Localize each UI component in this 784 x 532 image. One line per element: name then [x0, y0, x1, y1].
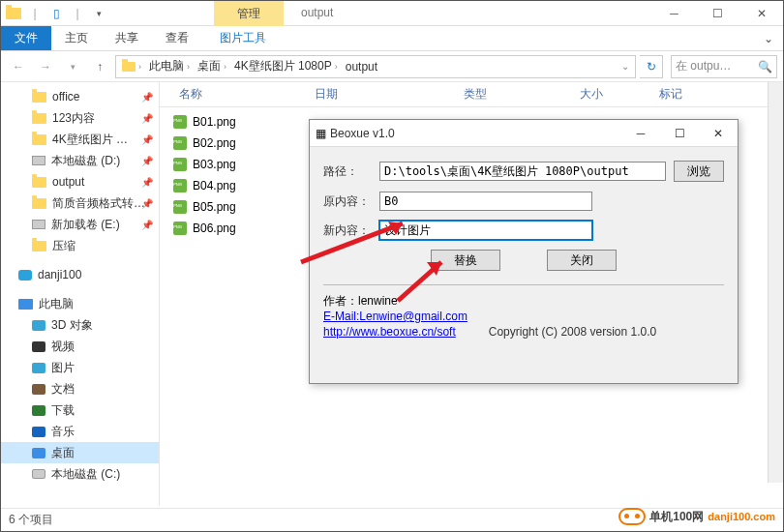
breadcrumb-dropdown-icon[interactable]: ⌄	[618, 61, 633, 72]
sidebar-item-label: danji100	[38, 268, 81, 281]
ribbon-context-tab[interactable]: 管理	[214, 1, 284, 26]
tab-file[interactable]: 文件	[1, 26, 51, 50]
sidebar-item[interactable]: 本地磁盘 (D:)📌	[1, 150, 159, 171]
site-link[interactable]: http://www.beoxue.cn/soft	[323, 325, 456, 339]
qat-dropdown-icon[interactable]: ▾	[90, 5, 107, 22]
sidebar-item-label: 新加载卷 (E:)	[51, 217, 120, 233]
ribbon-expand-icon[interactable]: ⌄	[754, 26, 783, 50]
dialog-footer: 作者：lenwine E-Mail:Lenwine@gmail.com http…	[323, 293, 724, 340]
sidebar-item[interactable]: output📌	[1, 171, 159, 192]
folder-icon	[32, 177, 46, 188]
sidebar-item-label: office	[52, 90, 79, 103]
file-name: B04.png	[193, 179, 236, 192]
scrollbar[interactable]	[768, 82, 783, 483]
sidebar-item-label: 视频	[51, 339, 75, 355]
sidebar-item[interactable]: 本地磁盘 (C:)	[1, 463, 159, 485]
dialog-title-bar[interactable]: ▦ Beoxue v1.0 ─ ☐ ✕	[310, 120, 738, 147]
maximize-button[interactable]: ☐	[696, 1, 739, 26]
nav-back-button[interactable]: ←	[7, 55, 30, 78]
png-file-icon	[173, 136, 187, 150]
sidebar-item[interactable]: 音乐	[1, 421, 159, 442]
nav-history-icon[interactable]: ▾	[61, 55, 84, 78]
sidebar-item-label: output	[52, 175, 84, 189]
search-input[interactable]: 在 outpu…🔍	[671, 55, 777, 78]
col-date[interactable]: 日期	[309, 86, 458, 103]
pin-icon: 📌	[141, 177, 153, 188]
sidebar-item-danji[interactable]: danji100	[1, 264, 159, 285]
library-icon	[32, 363, 45, 373]
drive-icon	[32, 469, 45, 479]
beoxue-dialog: ▦ Beoxue v1.0 ─ ☐ ✕ 路径： 浏览 原内容： 新内容： 替换 …	[309, 119, 739, 384]
breadcrumb-item[interactable]: output	[342, 60, 381, 74]
sidebar-item[interactable]: 文档	[1, 378, 159, 399]
file-name: B05.png	[193, 200, 236, 214]
sidebar-item[interactable]: 3D 对象	[1, 314, 159, 336]
sidebar-item[interactable]: 下载	[1, 399, 159, 421]
png-file-icon	[173, 115, 187, 129]
browse-button[interactable]: 浏览	[674, 161, 724, 182]
sidebar-item[interactable]: 压缩	[1, 235, 159, 256]
sidebar-item-pc[interactable]: 此电脑	[1, 293, 159, 314]
library-icon	[32, 405, 45, 416]
path-input[interactable]	[379, 162, 666, 181]
close-button[interactable]: 关闭	[547, 250, 617, 271]
breadcrumb-item[interactable]: 此电脑›	[145, 58, 194, 74]
close-button[interactable]: ✕	[739, 1, 783, 26]
pin-icon: 📌	[141, 220, 153, 230]
properties-icon[interactable]: ▯	[47, 5, 65, 22]
qat-sep: |	[26, 5, 44, 22]
dialog-minimize-button[interactable]: ─	[621, 120, 660, 147]
sidebar-item[interactable]: 4K壁纸图片 …📌	[1, 129, 159, 150]
png-file-icon	[173, 222, 187, 235]
dialog-title: Beoxue v1.0	[330, 127, 395, 140]
folder-icon	[32, 113, 46, 124]
sidebar-item-label: 3D 对象	[51, 317, 93, 334]
pc-icon	[18, 299, 33, 310]
dialog-maximize-button[interactable]: ☐	[660, 120, 699, 147]
sidebar-item[interactable]: 图片	[1, 357, 159, 378]
original-content-input[interactable]	[379, 192, 592, 211]
breadcrumb-root-icon[interactable]: ›	[118, 62, 145, 72]
sidebar-item[interactable]: 视频	[1, 336, 159, 357]
library-icon	[32, 341, 45, 352]
breadcrumb[interactable]: › 此电脑› 桌面› 4K壁纸图片 1080P› output ⌄	[115, 55, 636, 78]
sidebar-item-label: 本地磁盘 (C:)	[51, 466, 120, 483]
new-content-input[interactable]	[379, 221, 592, 240]
window-title: output	[301, 6, 333, 19]
library-icon	[32, 427, 45, 437]
sidebar-item[interactable]: office📌	[1, 86, 159, 107]
sidebar-item-label: 桌面	[51, 445, 75, 461]
sidebar-item[interactable]: 新加载卷 (E:)📌	[1, 214, 159, 235]
col-size[interactable]: 大小	[574, 86, 653, 103]
sidebar-item-label: 本地磁盘 (D:)	[51, 153, 120, 169]
sidebar-item[interactable]: 123内容📌	[1, 107, 159, 129]
watermark-icon	[618, 508, 646, 525]
col-tags[interactable]: 标记	[653, 86, 689, 103]
col-name[interactable]: 名称	[173, 86, 309, 103]
sidebar-item[interactable]: 桌面	[1, 442, 159, 463]
pin-icon: 📌	[141, 113, 153, 124]
tab-view[interactable]: 查看	[152, 26, 202, 50]
column-headers[interactable]: 名称 日期 类型 大小 标记	[160, 82, 783, 107]
item-count: 6 个项目	[9, 512, 53, 528]
sidebar-item[interactable]: 简质音频格式转…📌	[1, 192, 159, 214]
minimize-button[interactable]: ─	[652, 1, 696, 26]
breadcrumb-item[interactable]: 4K壁纸图片 1080P›	[230, 58, 342, 74]
png-file-icon	[173, 200, 187, 214]
col-type[interactable]: 类型	[458, 86, 574, 103]
tab-picture-tools[interactable]: 图片工具	[206, 26, 280, 50]
nav-up-button[interactable]: ↑	[88, 55, 111, 78]
breadcrumb-item[interactable]: 桌面›	[194, 58, 230, 74]
tab-share[interactable]: 共享	[102, 26, 152, 50]
replace-button[interactable]: 替换	[431, 250, 500, 271]
ribbon-tabs: 文件 主页 共享 查看 图片工具 ⌄	[1, 26, 783, 51]
sidebar-item-label: 压缩	[52, 238, 75, 254]
png-file-icon	[173, 158, 187, 171]
dialog-close-button[interactable]: ✕	[699, 120, 738, 147]
email-link[interactable]: E-Mail:Lenwine@gmail.com	[323, 310, 467, 323]
sidebar-item-label: 文档	[51, 381, 75, 398]
window-controls: ─ ☐ ✕	[652, 1, 783, 26]
refresh-button[interactable]: ↻	[640, 55, 663, 78]
tab-home[interactable]: 主页	[51, 26, 102, 50]
drive-icon	[32, 156, 45, 165]
